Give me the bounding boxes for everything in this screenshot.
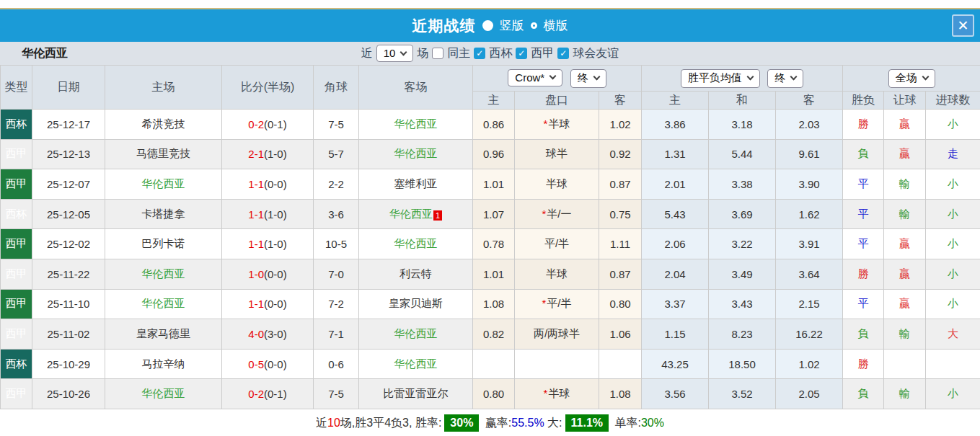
handicap-win-rate: 55.5% (511, 417, 544, 430)
avg-odds-away-value: 9.61 (776, 139, 843, 169)
chevron-down-icon (790, 74, 798, 81)
avg-odds-away-value: 16.22 (776, 319, 843, 350)
bookmaker-select[interactable]: Crow* (508, 69, 562, 86)
home-team: 华伦西亚 (105, 259, 222, 289)
fulltime-score: 1-0 (248, 268, 264, 280)
avg-odds-away-value: 2.15 (776, 289, 843, 319)
avg-odds-away-value: 3.90 (776, 169, 843, 200)
radio-horizontal-label[interactable]: 横版 (544, 17, 568, 34)
halftime-score: (0-0) (264, 178, 287, 190)
result-winloss: 勝 (843, 349, 884, 379)
away-team: 皇家贝迪斯 (359, 289, 473, 319)
result-winloss: 平 (843, 199, 884, 229)
titlebar: 近期战绩 竖版 横版 ✕ (0, 9, 980, 42)
result-winloss: 平 (843, 229, 884, 259)
match-date: 25-12-17 (32, 110, 105, 140)
away-team: 华伦西亚 (359, 139, 473, 169)
match-date: 25-11-02 (32, 319, 105, 350)
match-date: 25-12-13 (32, 139, 105, 169)
games-label: 场 (417, 46, 428, 61)
result-handicap: 贏 (884, 229, 926, 259)
corner-cell: 5-7 (314, 139, 359, 169)
match-date: 25-11-22 (32, 259, 105, 289)
avg-odds-select[interactable]: 胜平负均值 (681, 69, 760, 88)
team-name: 华伦西亚 (22, 46, 68, 61)
result-goals: 小 (926, 289, 980, 319)
avg-odds-away-value: 1.62 (776, 199, 843, 229)
result-handicap: 輸 (884, 379, 926, 409)
star-icon: * (542, 297, 546, 309)
result-goals: 走 (926, 139, 980, 169)
halftime-score: (1-0) (264, 208, 287, 221)
table-row: 西甲 25-11-02 皇家马德里 4-0(3-0) 7-1 华伦西亚 0.82… (1, 319, 980, 350)
halftime-score: (0-1) (264, 388, 287, 400)
avg-odds-draw-value: 3.18 (709, 110, 776, 140)
subcol-avg-draw: 和 (709, 92, 776, 110)
col-header-home: 主场 (105, 66, 222, 110)
red-card-badge: 1 (433, 210, 442, 221)
bookmaker-time-select[interactable]: 终 (570, 69, 606, 88)
result-handicap (884, 349, 926, 379)
halftime-score: (3-0) (264, 328, 287, 340)
handicap-line: * (515, 349, 599, 379)
summary-text: 赢率: (482, 416, 511, 431)
fulltime-score: 1-1 (248, 208, 264, 221)
score-cell: 1-0(0-0) (222, 259, 314, 289)
halftime-score: (1-0) (264, 238, 287, 250)
friendly-checkbox[interactable]: ✓ (557, 48, 569, 59)
check-icon: ✓ (476, 48, 483, 58)
result-goals: 小 (926, 169, 980, 200)
result-winloss: 負 (843, 319, 884, 350)
handicap-odds-home: 0.82 (473, 319, 515, 350)
table-row: 西甲 25-12-13 马德里竞技 2-1(1-0) 5-7 华伦西亚 0.96… (1, 139, 980, 169)
match-type-badge: 西甲 (1, 169, 32, 200)
table-row: 西甲 25-11-10 华伦西亚 1-1(0-0) 7-2 皇家贝迪斯 1.08… (1, 289, 980, 319)
same-home-checkbox[interactable] (432, 48, 443, 59)
score-cell: 0-2(0-1) (222, 110, 314, 140)
radio-selected-icon[interactable] (482, 20, 493, 31)
avg-time-select[interactable]: 终 (767, 69, 803, 88)
match-type-badge: 西甲 (1, 229, 32, 259)
score-cell: 0-5(0-0) (222, 349, 314, 379)
result-handicap: 贏 (884, 259, 926, 289)
match-type-badge: 西甲 (1, 289, 32, 319)
away-team: 比雷亚雷亚尔 (359, 379, 473, 409)
corner-cell: 7-5 (314, 379, 359, 409)
radio-unselected-icon[interactable] (531, 22, 537, 29)
table-row: 西甲 25-11-22 华伦西亚 1-0(0-0) 7-0 利云特 1.01 *… (1, 259, 980, 289)
match-date: 25-12-02 (32, 229, 105, 259)
corner-cell: 7-1 (314, 319, 359, 350)
match-type-badge: 西杯 (1, 349, 32, 379)
subcol-goals: 进球数 (926, 92, 980, 110)
result-goals: 小 (926, 259, 980, 289)
result-handicap: 輸 (884, 199, 926, 229)
handicap-odds-home: 0.96 (473, 139, 515, 169)
handicap-line: *半/一 (515, 199, 599, 229)
home-team: 巴列卡诺 (105, 229, 222, 259)
cup-checkbox[interactable]: ✓ (474, 48, 485, 59)
col-header-score: 比分(半场) (222, 66, 314, 110)
table-row: 西甲 25-12-02 巴列卡诺 1-1(1-0) 10-5 华伦西亚 0.78… (1, 229, 980, 259)
col-header-corner: 角球 (314, 66, 359, 110)
radio-vertical-label[interactable]: 竖版 (500, 17, 524, 34)
close-button[interactable]: ✕ (952, 14, 974, 37)
result-goals: 小 (926, 379, 980, 409)
result-handicap: 輸 (884, 169, 926, 200)
result-goals: 小 (926, 110, 980, 140)
corner-cell: 2-2 (314, 169, 359, 200)
away-team: 利云特 (359, 259, 473, 289)
avg-odds-home-value: 1.31 (642, 139, 709, 169)
match-count-select[interactable]: 10 (376, 45, 414, 62)
handicap-odds-away: 0.75 (599, 199, 642, 229)
result-winloss: 平 (843, 289, 884, 319)
popup-title: 近期战绩 (412, 16, 476, 36)
result-goals: 小 (926, 199, 980, 229)
league-checkbox[interactable]: ✓ (516, 48, 527, 59)
result-handicap: 輸 (884, 319, 926, 350)
avg-odds-home-value: 3.56 (642, 379, 709, 409)
scope-select[interactable]: 全场 (888, 69, 935, 88)
fulltime-score: 4-0 (248, 328, 264, 340)
result-handicap: 贏 (884, 110, 926, 140)
over-rate-badge: 11.1% (565, 414, 609, 432)
avg-odds-away-value: 2.03 (776, 110, 843, 140)
